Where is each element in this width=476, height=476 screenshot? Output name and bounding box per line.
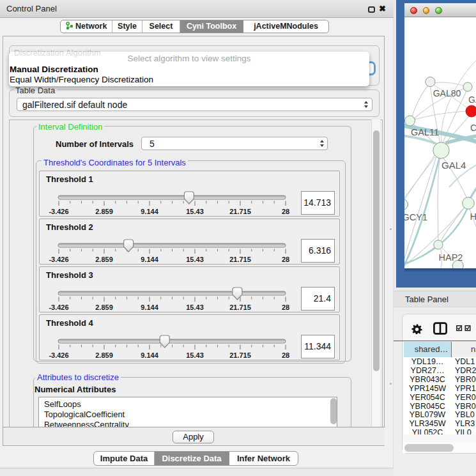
svg-text:2.859: 2.859 bbox=[95, 351, 113, 359]
svg-text:28: 28 bbox=[282, 208, 289, 215]
svg-text:15.43: 15.43 bbox=[186, 303, 204, 311]
svg-text:-3.426: -3.426 bbox=[49, 256, 68, 263]
svg-text:21.715: 21.715 bbox=[229, 208, 251, 215]
svg-text:-3.426: -3.426 bbox=[49, 303, 68, 311]
svg-text:-3.426: -3.426 bbox=[49, 351, 68, 359]
svg-text:9.144: 9.144 bbox=[141, 351, 158, 359]
svg-text:-3.426: -3.426 bbox=[49, 208, 68, 215]
svg-text:GCY1: GCY1 bbox=[404, 212, 427, 222]
svg-text:28: 28 bbox=[282, 256, 289, 263]
svg-text:28: 28 bbox=[282, 351, 289, 359]
svg-text:9.144: 9.144 bbox=[141, 303, 158, 311]
svg-text:2.859: 2.859 bbox=[95, 303, 113, 311]
svg-text:2.859: 2.859 bbox=[95, 256, 113, 263]
svg-text:21.715: 21.715 bbox=[229, 256, 251, 263]
svg-text:21.715: 21.715 bbox=[229, 303, 251, 311]
svg-text:2.859: 2.859 bbox=[95, 208, 113, 215]
svg-text:15.43: 15.43 bbox=[186, 208, 204, 215]
svg-text:GAL80: GAL80 bbox=[433, 88, 461, 98]
svg-text:GA: GA bbox=[468, 95, 476, 105]
svg-text:9.144: 9.144 bbox=[141, 208, 158, 215]
svg-text:HI: HI bbox=[470, 211, 476, 222]
svg-text:HAP2: HAP2 bbox=[439, 252, 463, 263]
svg-text:C: C bbox=[470, 123, 476, 133]
svg-text:21.715: 21.715 bbox=[229, 351, 251, 359]
svg-text:15.43: 15.43 bbox=[186, 351, 204, 359]
svg-text:9.144: 9.144 bbox=[141, 256, 158, 263]
svg-text:15.43: 15.43 bbox=[186, 256, 204, 263]
svg-text:GAL11: GAL11 bbox=[411, 127, 439, 137]
svg-text:28: 28 bbox=[282, 303, 289, 311]
svg-text:GAL4: GAL4 bbox=[441, 160, 466, 171]
